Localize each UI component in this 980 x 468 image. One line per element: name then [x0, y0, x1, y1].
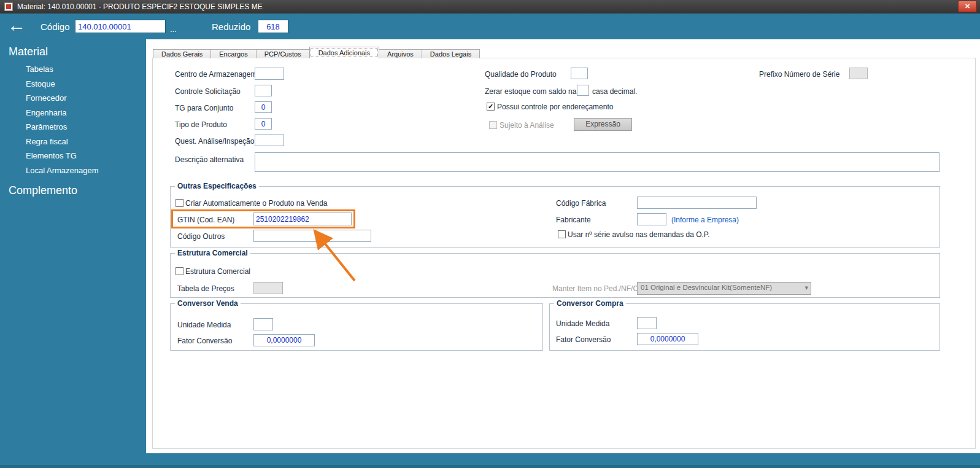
tabela-precos-input[interactable]	[253, 282, 283, 294]
tabela-precos-label: Tabela de Preços	[177, 284, 234, 293]
group-outras-especificacoes: Outras Especificações Criar Automaticame…	[170, 186, 940, 248]
sidebar-item-regra-fiscal[interactable]: Regra fiscal	[26, 137, 68, 146]
usar-serie-avulso-label: Usar nº série avulso nas demandas da O.P…	[568, 230, 710, 239]
group-title-conversor-compra: Conversor Compra	[554, 299, 626, 308]
tipo-de-produto-label: Tipo de Produto	[175, 120, 227, 129]
estrutura-comercial-label: Estrutura Comercial	[185, 267, 250, 276]
close-icon: ✕	[965, 2, 970, 10]
sidebar-item-fornecedor[interactable]: Fornecedor	[26, 93, 66, 103]
tab-arquivos[interactable]: Arquivos	[379, 49, 422, 58]
criar-automaticamente-checkbox[interactable]	[176, 199, 183, 207]
tab-dados-gerais[interactable]: Dados Gerais	[153, 49, 211, 58]
tab-pcp-custos[interactable]: PCP/Custos	[256, 49, 310, 58]
tab-encargos[interactable]: Encargos	[210, 49, 256, 58]
compra-unidade-input[interactable]	[637, 317, 657, 329]
sidebar-item-parametros[interactable]: Parâmetros	[26, 122, 67, 131]
tab-dados-legais[interactable]: Dados Legais	[422, 49, 480, 58]
chevron-down-icon: ▾	[804, 284, 808, 292]
codigo-outros-label: Código Outros	[177, 232, 225, 241]
gtin-label: GTIN (Cod. EAN)	[177, 216, 234, 224]
casa-decimal-label: casa decimal.	[592, 87, 637, 96]
qualidade-produto-label: Qualidade do Produto	[485, 70, 557, 79]
venda-fator-input[interactable]	[253, 334, 315, 346]
qualidade-produto-input[interactable]	[571, 68, 588, 79]
app-window: Material: 140.010.00001 - PRODUTO ESPECI…	[0, 0, 980, 468]
back-arrow-icon[interactable]: ←	[7, 15, 26, 36]
descricao-alternativa-input[interactable]	[255, 152, 939, 172]
zerar-estoque-input[interactable]	[577, 85, 589, 96]
manter-item-select[interactable]: 01 Original e Desvincular Kit(SomenteNF)…	[637, 282, 811, 295]
controle-solicitacao-label: Controle Solicitação	[175, 87, 241, 96]
tg-para-conjunto-label: TG para Conjunto	[175, 104, 233, 112]
sidebar-item-tabelas[interactable]: Tabelas	[26, 64, 53, 74]
sujeito-analise-label: Sujeito à Análise	[500, 121, 554, 130]
window-title: Material: 140.010.00001 - PRODUTO ESPECI…	[17, 2, 263, 11]
descricao-alternativa-label: Descrição alternativa	[175, 155, 244, 164]
controle-solicitacao-input[interactable]	[255, 85, 272, 96]
codigo-fabrica-label: Código Fábrica	[556, 199, 606, 208]
group-estrutura-comercial: Estrutura Comercial Estrutura Comercial …	[170, 253, 940, 298]
venda-unidade-input[interactable]	[253, 318, 273, 330]
tipo-de-produto-input[interactable]	[255, 118, 272, 130]
sujeito-analise-checkbox[interactable]	[489, 121, 497, 129]
estrutura-comercial-checkbox[interactable]	[176, 267, 183, 275]
close-button[interactable]: ✕	[958, 1, 977, 12]
venda-fator-label: Fator Conversão	[177, 337, 232, 345]
criar-automaticamente-label: Criar Automaticamente o Produto na Venda	[185, 199, 327, 208]
compra-fator-label: Fator Conversão	[556, 335, 611, 344]
quest-analise-label: Quest. Análise/Inspeção	[175, 137, 254, 146]
tab-strip: Dados Gerais Encargos PCP/Custos Dados A…	[153, 47, 479, 58]
expressao-button[interactable]: Expressão	[574, 118, 632, 131]
centro-armazenagem-label: Centro de Armazenagem	[175, 70, 257, 79]
zerar-estoque-label: Zerar estoque com saldo na	[485, 87, 576, 96]
sidebar-item-local-armazenagem[interactable]: Local Armazenagem	[26, 166, 99, 175]
bottom-edge	[0, 465, 980, 468]
informe-empresa-link[interactable]: (Informe a Empresa)	[671, 216, 739, 224]
manter-item-value: 01 Original e Desvincular Kit(SomenteNF)	[641, 284, 772, 291]
quest-analise-input[interactable]	[255, 135, 284, 146]
group-title-conversor-venda: Conversor Venda	[175, 299, 241, 308]
sidebar-item-engenharia[interactable]: Engenharia	[26, 108, 67, 117]
title-bar: Material: 140.010.00001 - PRODUTO ESPECI…	[0, 0, 980, 14]
possui-controle-checkbox[interactable]: ✓	[487, 103, 495, 111]
possui-controle-label: Possui controle por endereçamento	[497, 103, 613, 111]
app-icon	[4, 2, 13, 11]
prefixo-serie-label: Prefixo Número de Série	[759, 70, 839, 79]
tg-para-conjunto-input[interactable]	[255, 101, 272, 113]
usar-serie-avulso-checkbox[interactable]	[558, 230, 566, 238]
header-bar: ← Código ... Reduzido	[0, 14, 980, 39]
fabricante-input[interactable]	[637, 213, 666, 225]
group-conversor-venda: Conversor Venda Unidade Medida Fator Con…	[170, 303, 543, 351]
codigo-label: Código	[41, 21, 70, 32]
sidebar-section-material[interactable]: Material	[9, 45, 48, 58]
gtin-input[interactable]	[253, 213, 352, 225]
sidebar-item-estoque[interactable]: Estoque	[26, 79, 55, 88]
reduzido-label: Reduzido	[212, 21, 250, 32]
sidebar-item-elementos-tg[interactable]: Elementos TG	[26, 151, 77, 160]
group-title-estrutura: Estrutura Comercial	[175, 249, 250, 257]
codigo-input[interactable]	[75, 20, 166, 33]
more-button[interactable]: ...	[170, 25, 177, 34]
tab-dados-adicionais[interactable]: Dados Adicionais	[309, 47, 379, 58]
codigo-outros-input[interactable]	[253, 230, 371, 242]
compra-fator-input[interactable]	[637, 333, 698, 345]
reduzido-input[interactable]	[258, 20, 288, 33]
prefixo-serie-input[interactable]	[849, 68, 868, 79]
group-title-outras: Outras Especificações	[175, 182, 259, 190]
check-icon: ✓	[488, 103, 493, 110]
compra-unidade-label: Unidade Medida	[556, 319, 609, 328]
group-conversor-compra: Conversor Compra Unidade Medida Fator Co…	[549, 303, 940, 351]
fabricante-label: Fabricante	[556, 216, 591, 224]
codigo-fabrica-input[interactable]	[637, 197, 757, 209]
centro-armazenagem-input[interactable]	[255, 68, 284, 80]
venda-unidade-label: Unidade Medida	[177, 321, 231, 329]
sidebar-section-complemento[interactable]: Complemento	[9, 184, 77, 197]
